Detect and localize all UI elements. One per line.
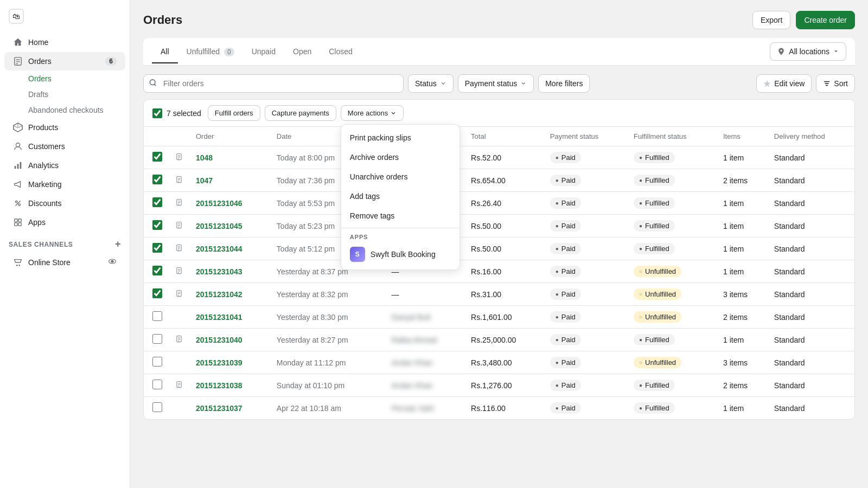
row-checkbox-cell[interactable] [144,374,169,397]
row-checkbox-cell[interactable] [144,215,169,237]
capture-payments-button[interactable]: Capture payments [265,105,336,121]
row-order[interactable]: 20151231046 [189,192,270,215]
order-number-link[interactable]: 20151231046 [196,199,242,208]
sidebar-sub-orders[interactable]: Orders [4,71,125,86]
tab-open[interactable]: Open [284,41,320,63]
row-order[interactable]: 20151231038 [189,374,270,397]
row-order[interactable]: 1047 [189,169,270,192]
row-order[interactable]: 1048 [189,146,270,169]
row-checkbox[interactable] [152,334,162,344]
order-number-link[interactable]: 20151231037 [196,404,242,413]
table-row[interactable]: 20151231045 Today at 5:23 pm — Rs.50.00 … [144,215,854,237]
tab-closed[interactable]: Closed [320,41,361,63]
sidebar-item-online-store[interactable]: Online Store [4,253,125,272]
row-date: Yesterday at 8:32 pm [270,283,385,306]
payment-status-filter-button[interactable]: Payment status [458,74,534,93]
row-order[interactable]: 20151231042 [189,283,270,306]
row-checkbox-cell[interactable] [144,329,169,351]
row-checkbox-cell[interactable] [144,397,169,420]
fulfillment-badge: Unfulfilled [634,357,681,368]
table-row[interactable]: 20151231046 Today at 5:53 pm — Rs.26.40 … [144,192,854,215]
online-store-eye-icon[interactable] [108,257,117,267]
sidebar-item-marketing[interactable]: Marketing [4,175,125,194]
table-row[interactable]: 1047 Today at 7:36 pm — Rs.654.00 Paid F… [144,169,854,192]
sidebar-item-apps[interactable]: Apps [4,213,125,232]
tab-all[interactable]: All [152,41,178,63]
table-row[interactable]: 20151231039 Monday at 11:12 pm Arslan Kh… [144,351,854,374]
order-number-link[interactable]: 20151231043 [196,267,242,276]
row-checkbox-cell[interactable] [144,351,169,374]
order-number-link[interactable]: 20151231038 [196,381,242,390]
row-checkbox[interactable] [152,402,162,412]
location-selector[interactable]: All locations [770,42,846,61]
dropdown-item-print-packing-slips[interactable]: Print packing slips [341,128,459,147]
row-checkbox[interactable] [152,243,162,253]
dropdown-item-unarchive-orders[interactable]: Unarchive orders [341,167,459,187]
table-row[interactable]: 20151231044 Today at 5:12 pm — Rs.50.00 … [144,237,854,260]
row-checkbox[interactable] [152,380,162,389]
table-row[interactable]: 20151231038 Sunday at 01:10 pm Arslan Kh… [144,374,854,397]
row-checkbox-cell[interactable] [144,260,169,283]
sidebar-item-orders[interactable]: Orders 6 [4,52,125,70]
sidebar-item-analytics[interactable]: Analytics [4,156,125,175]
status-filter-button[interactable]: Status [408,74,454,93]
sidebar-item-customers[interactable]: Customers [4,137,125,156]
export-button[interactable]: Export [752,11,790,29]
order-number-link[interactable]: 20151231045 [196,222,242,230]
row-order[interactable]: 20151231040 [189,329,270,351]
row-checkbox[interactable] [152,288,162,298]
table-row[interactable]: 1048 Today at 8:00 pm — Rs.52.00 Paid Fu… [144,146,854,169]
row-checkbox-cell[interactable] [144,237,169,260]
sort-button[interactable]: Sort [816,74,855,93]
order-number-link[interactable]: 20151231040 [196,336,242,344]
sidebar-item-products[interactable]: Products [4,118,125,137]
more-filters-button[interactable]: More filters [538,74,590,93]
table-row[interactable]: 20151231040 Yesterday at 8:27 pm Rabia A… [144,329,854,351]
row-checkbox-cell[interactable] [144,169,169,192]
order-number-link[interactable]: 20151231044 [196,245,242,253]
more-actions-button[interactable]: More actions [341,105,404,121]
dropdown-item-swyft[interactable]: S Swyft Bulk Booking [341,242,459,266]
sidebar-sub-abandoned[interactable]: Abandoned checkouts [4,102,125,118]
row-checkbox[interactable] [152,197,162,207]
add-sales-channel-icon[interactable]: + [115,239,121,250]
dropdown-item-remove-tags[interactable]: Remove tags [341,206,459,226]
tab-unpaid[interactable]: Unpaid [243,41,284,63]
order-number-link[interactable]: 1047 [196,176,213,185]
row-order[interactable]: 20151231043 [189,260,270,283]
order-number-link[interactable]: 20151231042 [196,290,242,299]
select-all-checkbox[interactable] [152,108,162,118]
row-order[interactable]: 20151231044 [189,237,270,260]
row-checkbox[interactable] [152,175,162,184]
tab-unfulfilled[interactable]: Unfulfilled 0 [178,41,243,63]
dropdown-item-archive-orders[interactable]: Archive orders [341,147,459,167]
row-order[interactable]: 20151231037 [189,397,270,420]
sidebar-item-discounts[interactable]: Discounts [4,194,125,213]
search-input[interactable] [143,74,404,93]
table-row[interactable]: 20151231042 Yesterday at 8:32 pm — Rs.31… [144,283,854,306]
table-row[interactable]: 20151231041 Yesterday at 8:30 pm Danyal … [144,306,854,329]
order-number-link[interactable]: 1048 [196,153,213,162]
row-checkbox-cell[interactable] [144,283,169,306]
order-number-link[interactable]: 20151231041 [196,313,242,322]
row-checkbox[interactable] [152,266,162,275]
row-checkbox-cell[interactable] [144,146,169,169]
sidebar-sub-drafts[interactable]: Drafts [4,87,125,102]
row-checkbox[interactable] [152,311,162,321]
row-order[interactable]: 20151231039 [189,351,270,374]
row-checkbox[interactable] [152,152,162,162]
dropdown-item-add-tags[interactable]: Add tags [341,187,459,206]
row-order[interactable]: 20151231041 [189,306,270,329]
order-number-link[interactable]: 20151231039 [196,358,242,367]
fulfill-orders-button[interactable]: Fulfill orders [208,105,260,121]
create-order-button[interactable]: Create order [796,11,855,29]
table-row[interactable]: 20151231043 Yesterday at 8:37 pm — Rs.16… [144,260,854,283]
row-checkbox[interactable] [152,220,162,230]
edit-view-button[interactable]: Edit view [756,74,812,93]
table-row[interactable]: 20151231037 Apr 22 at 10:18 am Pervaiz S… [144,397,854,420]
row-checkbox-cell[interactable] [144,192,169,215]
row-order[interactable]: 20151231045 [189,215,270,237]
row-checkbox[interactable] [152,357,162,367]
sidebar-item-home[interactable]: Home [4,33,125,52]
row-checkbox-cell[interactable] [144,306,169,329]
